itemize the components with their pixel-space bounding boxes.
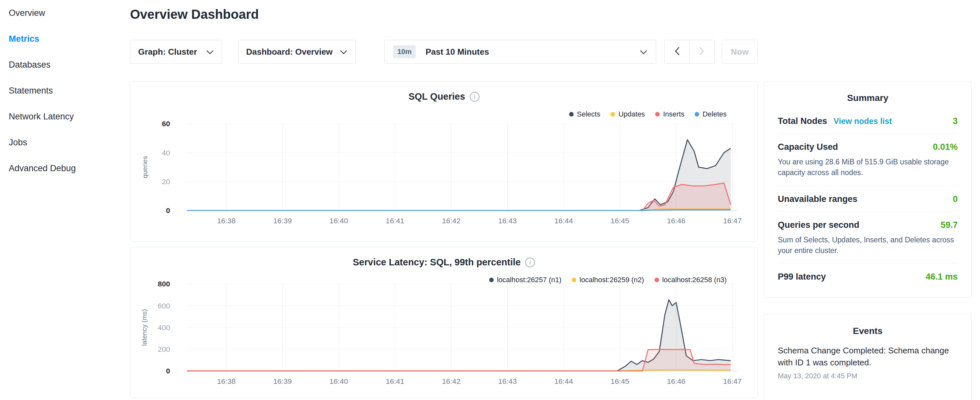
summary-label: Unavailable ranges <box>778 194 858 204</box>
svg-text:16:39: 16:39 <box>274 377 292 386</box>
svg-text:16:44: 16:44 <box>555 217 573 225</box>
svg-text:0: 0 <box>166 206 170 215</box>
svg-text:16:42: 16:42 <box>442 377 460 386</box>
time-step-buttons <box>664 40 715 64</box>
legend-label: localhost:26259 (n2) <box>579 276 644 284</box>
legend-item[interactable]: Inserts <box>655 110 684 118</box>
summary-row-total-nodes: Total Nodes View nodes list 3 <box>778 108 958 133</box>
legend-dot-icon <box>489 278 494 282</box>
legend-label: Deletes <box>702 110 727 118</box>
svg-text:600: 600 <box>158 302 170 310</box>
svg-text:16:43: 16:43 <box>498 217 517 225</box>
graph-scope-dropdown[interactable]: Graph: Cluster <box>130 40 222 64</box>
legend-dot-icon <box>655 112 660 116</box>
svg-text:16:41: 16:41 <box>386 217 404 225</box>
sidebar-item-network-latency[interactable]: Network Latency <box>0 104 130 129</box>
svg-text:16:42: 16:42 <box>442 217 460 225</box>
svg-text:60: 60 <box>162 120 170 128</box>
svg-text:16:39: 16:39 <box>274 217 292 225</box>
legend-dot-icon <box>654 278 659 282</box>
legend-dot-icon <box>695 112 699 116</box>
svg-text:40: 40 <box>162 148 170 157</box>
summary-row-capacity-used: Capacity Used 0.01% You are using 28.6 M… <box>778 133 958 185</box>
legend-item[interactable]: Updates <box>611 110 645 118</box>
legend-label: localhost:26257 (n1) <box>497 276 562 284</box>
view-nodes-list-link[interactable]: View nodes list <box>834 116 892 126</box>
legend-item[interactable]: localhost:26259 (n2) <box>572 276 644 284</box>
toolbar: Graph: Cluster Dashboard: Overview 10m P… <box>130 40 758 64</box>
sidebar-item-label: Statements <box>9 86 53 96</box>
dashboard-label: Dashboard: Overview <box>246 47 332 57</box>
summary-value: 0 <box>953 194 958 204</box>
summary-value: 59.7 <box>940 220 958 230</box>
service-latency-chart: 020040060080016:3816:3916:4016:4116:4216… <box>130 247 757 398</box>
main-content: Overview Dashboard Graph: Cluster Dashbo… <box>130 0 758 400</box>
svg-text:200: 200 <box>158 345 170 354</box>
time-range-badge: 10m <box>393 45 416 58</box>
legend-item[interactable]: localhost:26257 (n1) <box>489 276 562 284</box>
svg-text:20: 20 <box>162 177 170 186</box>
app-root: Overview Metrics Databases Statements Ne… <box>0 0 980 400</box>
service-latency-panel: Service Latency: SQL, 99th percentile i … <box>130 247 758 398</box>
chevron-down-icon <box>206 47 214 57</box>
sidebar-item-label: Metrics <box>9 34 40 44</box>
svg-text:16:40: 16:40 <box>329 377 348 386</box>
sidebar-item-databases[interactable]: Databases <box>0 52 130 78</box>
sidebar-item-label: Network Latency <box>9 112 74 122</box>
now-button-label: Now <box>731 47 749 57</box>
sidebar-item-metrics[interactable]: Metrics <box>0 26 130 52</box>
chart-title: Service Latency: SQL, 99th percentile <box>353 257 521 268</box>
event-item-text[interactable]: Schema Change Completed: Schema change w… <box>778 345 958 369</box>
page-title: Overview Dashboard <box>130 7 758 22</box>
legend-item[interactable]: Deletes <box>695 110 727 118</box>
sidebar-item-advanced-debug[interactable]: Advanced Debug <box>0 155 130 181</box>
summary-label: Capacity Used <box>778 142 838 152</box>
sidebar-item-jobs[interactable]: Jobs <box>0 129 130 155</box>
info-icon[interactable]: i <box>525 258 535 267</box>
svg-text:400: 400 <box>158 323 170 332</box>
svg-text:16:46: 16:46 <box>667 217 685 225</box>
events-title: Events <box>778 326 958 336</box>
sql-queries-panel: SQL Queries i SelectsUpdatesInsertsDelet… <box>130 81 758 242</box>
info-icon[interactable]: i <box>470 92 479 102</box>
svg-text:0: 0 <box>166 367 170 375</box>
summary-label: Total Nodes <box>778 116 827 126</box>
chart-title: SQL Queries <box>408 91 465 102</box>
summary-panel: Summary Total Nodes View nodes list 3 Ca… <box>764 81 972 298</box>
summary-value: 46.1 ms <box>926 272 958 282</box>
chart-legend: localhost:26257 (n1)localhost:26259 (n2)… <box>489 276 727 284</box>
sidebar-item-label: Databases <box>9 60 51 70</box>
legend-dot-icon <box>611 112 615 116</box>
dashboard-dropdown[interactable]: Dashboard: Overview <box>238 40 356 64</box>
now-button[interactable]: Now <box>722 40 758 64</box>
time-step-back-button[interactable] <box>665 40 689 64</box>
time-step-forward-button[interactable] <box>689 40 714 64</box>
svg-text:16:41: 16:41 <box>386 377 404 386</box>
svg-text:16:47: 16:47 <box>723 217 741 225</box>
summary-row-queries-per-second: Queries per second 59.7 Sum of Selects, … <box>778 211 958 263</box>
events-panel: Events Schema Change Completed: Schema c… <box>764 314 972 400</box>
sidebar-item-label: Overview <box>9 8 45 18</box>
svg-text:16:40: 16:40 <box>329 217 348 225</box>
svg-text:16:44: 16:44 <box>555 377 573 386</box>
sidebar: Overview Metrics Databases Statements Ne… <box>0 0 130 400</box>
svg-text:16:47: 16:47 <box>723 377 741 386</box>
summary-description: Sum of Selects, Updates, Inserts, and De… <box>778 234 958 256</box>
svg-text:queries: queries <box>141 156 148 178</box>
event-item-timestamp: May 13, 2020 at 4:45 PM <box>778 372 958 380</box>
sidebar-item-statements[interactable]: Statements <box>0 78 130 104</box>
legend-item[interactable]: localhost:26258 (n3) <box>654 276 727 284</box>
summary-value: 3 <box>953 116 958 126</box>
sidebar-item-label: Advanced Debug <box>9 163 76 174</box>
summary-value: 0.01% <box>933 142 958 152</box>
svg-text:16:45: 16:45 <box>611 377 629 386</box>
svg-text:800: 800 <box>158 280 170 288</box>
chevron-left-icon <box>674 46 680 57</box>
legend-label: Selects <box>577 110 600 118</box>
sidebar-item-overview[interactable]: Overview <box>0 0 130 26</box>
legend-label: Updates <box>618 110 645 118</box>
time-range-picker[interactable]: 10m Past 10 Minutes <box>384 40 656 64</box>
legend-item[interactable]: Selects <box>569 110 600 118</box>
summary-title: Summary <box>778 93 958 103</box>
chevron-down-icon <box>640 47 648 57</box>
